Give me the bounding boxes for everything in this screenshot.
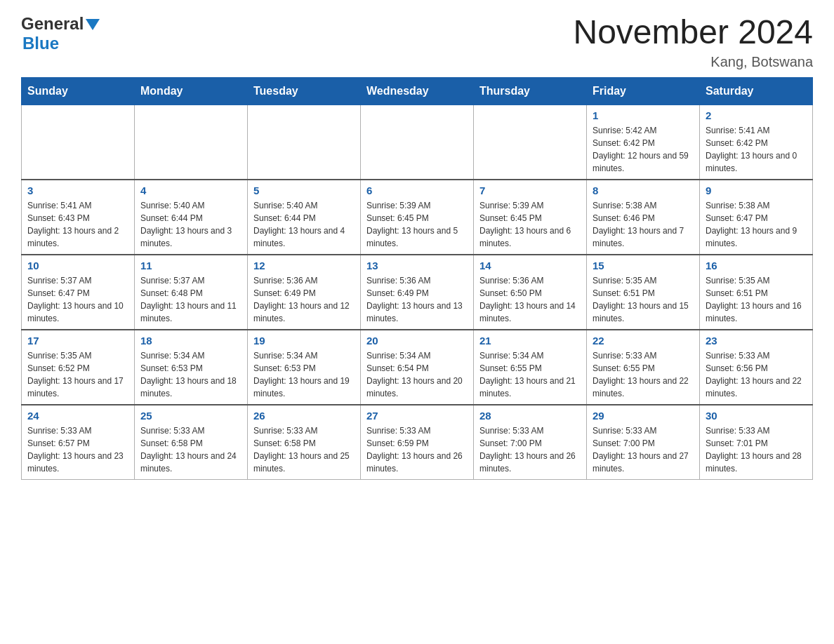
day-number: 6: [366, 185, 468, 196]
table-row: 15Sunrise: 5:35 AMSunset: 6:51 PMDayligh…: [587, 255, 700, 330]
table-row: 20Sunrise: 5:34 AMSunset: 6:54 PMDayligh…: [361, 330, 474, 405]
calendar-week-row: 1Sunrise: 5:42 AMSunset: 6:42 PMDaylight…: [22, 105, 813, 180]
page-header: General Blue November 2024 Kang, Botswan…: [21, 14, 813, 70]
day-detail: Sunrise: 5:33 AMSunset: 6:59 PMDaylight:…: [366, 424, 468, 475]
day-detail: Sunrise: 5:35 AMSunset: 6:51 PMDaylight:…: [593, 274, 694, 325]
day-number: 19: [253, 335, 355, 347]
day-detail: Sunrise: 5:33 AMSunset: 7:01 PMDaylight:…: [706, 424, 807, 475]
day-number: 8: [593, 185, 694, 196]
day-number: 10: [27, 260, 128, 271]
header-friday: Friday: [587, 77, 700, 105]
day-number: 29: [593, 410, 694, 422]
day-detail: Sunrise: 5:33 AMSunset: 6:58 PMDaylight:…: [253, 424, 355, 475]
header-sunday: Sunday: [22, 77, 135, 105]
table-row: 26Sunrise: 5:33 AMSunset: 6:58 PMDayligh…: [248, 405, 361, 480]
logo: General Blue: [21, 14, 100, 53]
day-detail: Sunrise: 5:39 AMSunset: 6:45 PMDaylight:…: [479, 199, 581, 250]
calendar-week-row: 17Sunrise: 5:35 AMSunset: 6:52 PMDayligh…: [22, 330, 813, 405]
day-number: 26: [253, 410, 355, 422]
table-row: 13Sunrise: 5:36 AMSunset: 6:49 PMDayligh…: [361, 255, 474, 330]
day-number: 1: [593, 109, 694, 121]
day-number: 9: [706, 185, 807, 196]
day-number: 12: [253, 260, 355, 271]
day-number: 25: [140, 410, 241, 422]
calendar-table: Sunday Monday Tuesday Wednesday Thursday…: [21, 77, 813, 480]
calendar-week-row: 10Sunrise: 5:37 AMSunset: 6:47 PMDayligh…: [22, 255, 813, 330]
table-row: 30Sunrise: 5:33 AMSunset: 7:01 PMDayligh…: [700, 405, 813, 480]
table-row: 27Sunrise: 5:33 AMSunset: 6:59 PMDayligh…: [361, 405, 474, 480]
table-row: [361, 105, 474, 180]
day-number: 7: [479, 185, 581, 196]
table-row: 6Sunrise: 5:39 AMSunset: 6:45 PMDaylight…: [361, 180, 474, 255]
day-detail: Sunrise: 5:40 AMSunset: 6:44 PMDaylight:…: [140, 199, 241, 250]
header-monday: Monday: [135, 77, 248, 105]
day-detail: Sunrise: 5:41 AMSunset: 6:43 PMDaylight:…: [27, 199, 128, 250]
day-detail: Sunrise: 5:34 AMSunset: 6:53 PMDaylight:…: [253, 349, 355, 400]
table-row: 4Sunrise: 5:40 AMSunset: 6:44 PMDaylight…: [135, 180, 248, 255]
day-detail: Sunrise: 5:40 AMSunset: 6:44 PMDaylight:…: [253, 199, 355, 250]
day-detail: Sunrise: 5:36 AMSunset: 6:50 PMDaylight:…: [479, 274, 581, 325]
day-detail: Sunrise: 5:33 AMSunset: 6:56 PMDaylight:…: [706, 349, 807, 400]
day-detail: Sunrise: 5:33 AMSunset: 6:58 PMDaylight:…: [140, 424, 241, 475]
table-row: 24Sunrise: 5:33 AMSunset: 6:57 PMDayligh…: [22, 405, 135, 480]
day-number: 22: [593, 335, 694, 347]
table-row: 29Sunrise: 5:33 AMSunset: 7:00 PMDayligh…: [587, 405, 700, 480]
day-number: 14: [479, 260, 581, 271]
table-row: 17Sunrise: 5:35 AMSunset: 6:52 PMDayligh…: [22, 330, 135, 405]
table-row: 23Sunrise: 5:33 AMSunset: 6:56 PMDayligh…: [700, 330, 813, 405]
day-detail: Sunrise: 5:38 AMSunset: 6:46 PMDaylight:…: [593, 199, 694, 250]
day-number: 28: [479, 410, 581, 422]
day-number: 11: [140, 260, 241, 271]
table-row: 19Sunrise: 5:34 AMSunset: 6:53 PMDayligh…: [248, 330, 361, 405]
table-row: 9Sunrise: 5:38 AMSunset: 6:47 PMDaylight…: [700, 180, 813, 255]
weekday-header-row: Sunday Monday Tuesday Wednesday Thursday…: [22, 77, 813, 105]
logo-blue-text: Blue: [22, 34, 59, 53]
table-row: 2Sunrise: 5:41 AMSunset: 6:42 PMDaylight…: [700, 105, 813, 180]
table-row: [474, 105, 587, 180]
logo-general-text: General: [21, 14, 84, 34]
table-row: 11Sunrise: 5:37 AMSunset: 6:48 PMDayligh…: [135, 255, 248, 330]
day-detail: Sunrise: 5:37 AMSunset: 6:47 PMDaylight:…: [27, 274, 128, 325]
table-row: 21Sunrise: 5:34 AMSunset: 6:55 PMDayligh…: [474, 330, 587, 405]
table-row: 3Sunrise: 5:41 AMSunset: 6:43 PMDaylight…: [22, 180, 135, 255]
day-number: 5: [253, 185, 355, 196]
table-row: [135, 105, 248, 180]
day-number: 13: [366, 260, 468, 271]
calendar-location: Kang, Botswana: [573, 54, 813, 70]
day-detail: Sunrise: 5:35 AMSunset: 6:51 PMDaylight:…: [706, 274, 807, 325]
day-detail: Sunrise: 5:37 AMSunset: 6:48 PMDaylight:…: [140, 274, 241, 325]
day-detail: Sunrise: 5:39 AMSunset: 6:45 PMDaylight:…: [366, 199, 468, 250]
logo-triangle-icon: [86, 19, 100, 30]
day-detail: Sunrise: 5:35 AMSunset: 6:52 PMDaylight:…: [27, 349, 128, 400]
table-row: 8Sunrise: 5:38 AMSunset: 6:46 PMDaylight…: [587, 180, 700, 255]
header-saturday: Saturday: [700, 77, 813, 105]
day-detail: Sunrise: 5:34 AMSunset: 6:53 PMDaylight:…: [140, 349, 241, 400]
calendar-week-row: 3Sunrise: 5:41 AMSunset: 6:43 PMDaylight…: [22, 180, 813, 255]
header-wednesday: Wednesday: [361, 77, 474, 105]
day-number: 2: [706, 109, 807, 121]
day-detail: Sunrise: 5:33 AMSunset: 6:55 PMDaylight:…: [593, 349, 694, 400]
header-tuesday: Tuesday: [248, 77, 361, 105]
table-row: 7Sunrise: 5:39 AMSunset: 6:45 PMDaylight…: [474, 180, 587, 255]
table-row: 1Sunrise: 5:42 AMSunset: 6:42 PMDaylight…: [587, 105, 700, 180]
day-number: 27: [366, 410, 468, 422]
table-row: 25Sunrise: 5:33 AMSunset: 6:58 PMDayligh…: [135, 405, 248, 480]
table-row: 16Sunrise: 5:35 AMSunset: 6:51 PMDayligh…: [700, 255, 813, 330]
day-number: 3: [27, 185, 128, 196]
day-number: 21: [479, 335, 581, 347]
calendar-title: November 2024: [573, 14, 813, 51]
day-number: 4: [140, 185, 241, 196]
day-detail: Sunrise: 5:33 AMSunset: 6:57 PMDaylight:…: [27, 424, 128, 475]
table-row: 10Sunrise: 5:37 AMSunset: 6:47 PMDayligh…: [22, 255, 135, 330]
day-detail: Sunrise: 5:42 AMSunset: 6:42 PMDaylight:…: [593, 124, 694, 175]
day-number: 20: [366, 335, 468, 347]
table-row: 14Sunrise: 5:36 AMSunset: 6:50 PMDayligh…: [474, 255, 587, 330]
day-detail: Sunrise: 5:34 AMSunset: 6:54 PMDaylight:…: [366, 349, 468, 400]
title-block: November 2024 Kang, Botswana: [573, 14, 813, 70]
day-number: 30: [706, 410, 807, 422]
day-number: 24: [27, 410, 128, 422]
day-detail: Sunrise: 5:38 AMSunset: 6:47 PMDaylight:…: [706, 199, 807, 250]
day-detail: Sunrise: 5:36 AMSunset: 6:49 PMDaylight:…: [366, 274, 468, 325]
table-row: 28Sunrise: 5:33 AMSunset: 7:00 PMDayligh…: [474, 405, 587, 480]
day-number: 16: [706, 260, 807, 271]
